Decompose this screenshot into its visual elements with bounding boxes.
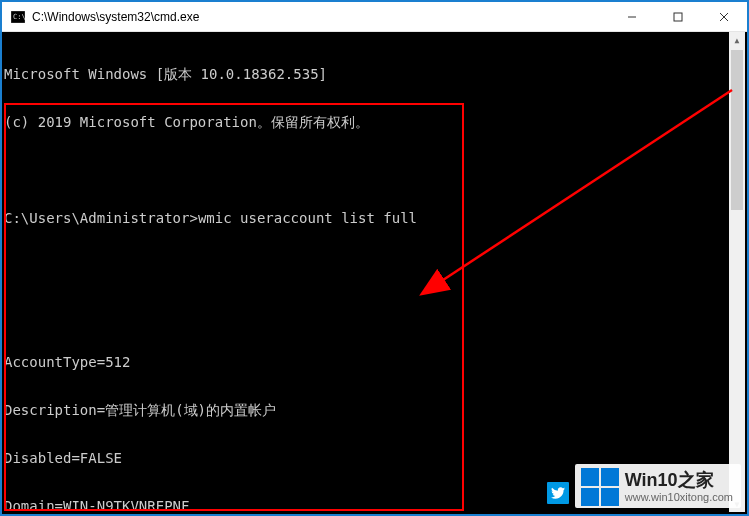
window-title: C:\Windows\system32\cmd.exe <box>32 10 609 24</box>
blank-line <box>4 162 747 178</box>
maximize-button[interactable] <box>655 2 701 31</box>
watermark-brand: Win10之家 <box>625 471 733 491</box>
prompt-line: C:\Users\Administrator>wmic useraccount … <box>4 210 747 226</box>
svg-rect-3 <box>674 13 682 21</box>
titlebar: C:\ C:\Windows\system32\cmd.exe <box>2 2 747 32</box>
window-controls <box>609 2 747 31</box>
watermark: Win10之家 www.win10xitong.com <box>575 464 741 508</box>
minimize-button[interactable] <box>609 2 655 31</box>
version-line: Microsoft Windows [版本 10.0.18362.535] <box>4 66 747 82</box>
account-field: AccountType=512 <box>4 354 747 370</box>
cmd-window: C:\ C:\Windows\system32\cmd.exe Microsof… <box>2 2 747 514</box>
command: wmic useraccount list full <box>198 210 417 226</box>
copyright-line: (c) 2019 Microsoft Corporation。保留所有权利。 <box>4 114 747 130</box>
watermark-url: www.win10xitong.com <box>625 491 733 503</box>
vertical-scrollbar[interactable]: ▲ ▼ <box>729 32 745 512</box>
close-button[interactable] <box>701 2 747 31</box>
bird-icon <box>547 482 569 504</box>
terminal-output[interactable]: Microsoft Windows [版本 10.0.18362.535] (c… <box>2 32 747 514</box>
svg-text:C:\: C:\ <box>13 13 25 21</box>
blank-line <box>4 306 747 322</box>
account-field: Description=管理计算机(域)的内置帐户 <box>4 402 747 418</box>
prompt: C:\Users\Administrator> <box>4 210 198 226</box>
scrollbar-thumb[interactable] <box>731 50 743 210</box>
scroll-up-arrow-icon[interactable]: ▲ <box>729 32 745 48</box>
cmd-icon: C:\ <box>10 9 26 25</box>
blank-line <box>4 258 747 274</box>
windows-logo-icon <box>581 468 619 506</box>
